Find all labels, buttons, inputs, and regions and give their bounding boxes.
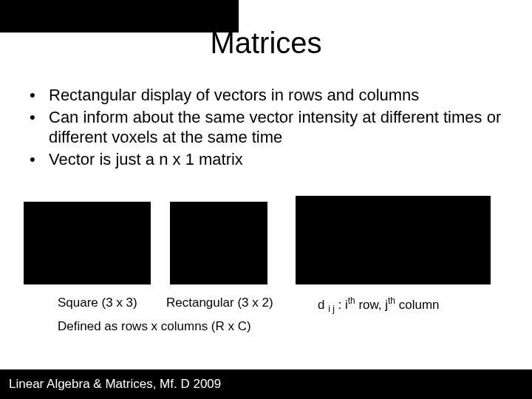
- rect-matrix-box: [170, 202, 267, 284]
- dij-matrix-box: [296, 196, 491, 284]
- footer-bar: Linear Algebra & Matrices, Mf. D 2009: [0, 369, 532, 399]
- caption-dij: d i j : ith row, jth column: [318, 296, 440, 314]
- dij-sub: i j: [328, 304, 335, 314]
- slide: Matrices Rectangular display of vectors …: [0, 0, 532, 399]
- caption-rect: Rectangular (3 x 2): [166, 296, 273, 310]
- bullet-2: Can inform about the same vector intensi…: [19, 107, 513, 148]
- dij-th2: th: [388, 296, 395, 306]
- square-matrix-box: [24, 202, 151, 284]
- slide-title: Matrices: [0, 27, 532, 60]
- defined-as: Defined as rows x columns (R x C): [58, 319, 251, 334]
- caption-square: Square (3 x 3): [58, 296, 137, 310]
- bullet-list: Rectangular display of vectors in rows a…: [19, 85, 513, 171]
- dij-mid: : i: [335, 298, 348, 312]
- dij-th1: th: [348, 296, 355, 306]
- dij-col: column: [395, 298, 440, 312]
- dij-row: row, j: [355, 298, 388, 312]
- dij-pre: d: [318, 298, 328, 312]
- bullet-1: Rectangular display of vectors in rows a…: [19, 85, 513, 106]
- footer-text: Linear Algebra & Matrices, Mf. D 2009: [9, 377, 221, 392]
- bullet-3: Vector is just a n x 1 matrix: [19, 149, 513, 170]
